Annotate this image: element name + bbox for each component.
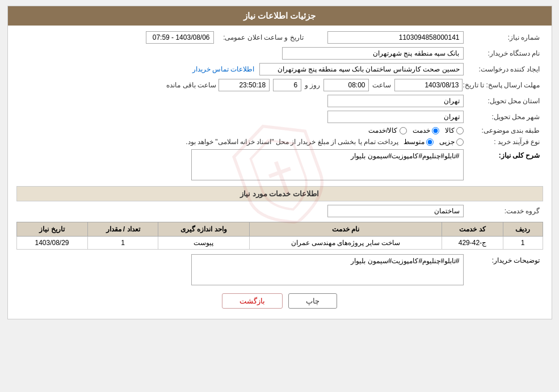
category-radio-service[interactable] [432,127,439,134]
deadline-time-input[interactable] [323,79,369,91]
announce-date-label: تاریخ و ساعت اعلان عمومی: [214,33,316,41]
purchase-type-radio-partial[interactable] [456,138,464,146]
requester-label: ایجاد کننده درخواست: [464,65,543,73]
category-row: طبقه بندی موضوعی: کالا خدمت کالا/خدمت [16,127,543,134]
services-table: ردیف کد خدمت نام خدمت واحد اندازه گیری ت… [16,222,543,250]
services-table-section: ردیف کد خدمت نام خدمت واحد اندازه گیری ت… [16,222,543,250]
province-label: استان محل تحویل: [464,97,543,105]
col-header-name: نام خدمت [249,222,442,237]
announce-date-input[interactable] [146,31,214,44]
table-row: 1ج-42-429ساخت سایر پروژه‌های مهندسی عمرا… [16,237,543,250]
back-button[interactable]: بازگشت [222,293,283,309]
contact-link[interactable]: اطلاعات تماس خریدار [192,65,255,73]
col-header-rownum: ردیف [503,222,543,237]
need-number-row: شماره نیاز: تاریخ و ساعت اعلان عمومی: [16,31,543,44]
deadline-time-label: ساعت [372,81,391,89]
deadline-date-input[interactable] [394,79,463,91]
print-button[interactable]: چاپ [288,293,337,309]
main-container: جزئیات اطلاعات نیاز شماره نیاز: تاریخ و … [7,6,552,319]
col-header-unit: واحد اندازه گیری [158,222,249,237]
buyer-org-label: نام دستگاه خریدار: [464,49,543,57]
page-header: جزئیات اطلاعات نیاز [8,6,552,26]
services-section-title: اطلاعات خدمات مورد نیاز [16,186,543,201]
deadline-day-label: روز و [305,81,320,89]
col-header-date: تاریخ نیاز [16,222,87,237]
deadline-days-input[interactable] [273,79,301,91]
requester-input[interactable] [259,63,464,75]
service-group-row: گروه خدمت: [16,205,543,217]
city-label: شهر محل تحویل: [464,113,543,121]
purchase-type-medium[interactable]: متوسط [404,138,434,146]
need-number-label: شماره نیاز: [464,33,543,41]
category-option-both[interactable]: کالا/خدمت [368,127,406,134]
buyer-org-row: نام دستگاه خریدار: [16,47,543,60]
need-number-input[interactable] [327,31,464,44]
deadline-label: مهلت ارسال پاسخ: تا تاریخ: [463,81,543,89]
province-input[interactable] [327,95,464,107]
category-label: طبقه بندی موضوعی: [464,127,543,134]
purchase-type-row: نوع فرآیند خرید : جزیی متوسط پرداخت تمام… [16,138,543,146]
button-row: چاپ بازگشت [16,293,543,309]
province-row: استان محل تحویل: [16,95,543,107]
deadline-remaining-label: ساعت باقی مانده [166,81,216,89]
purchase-type-radio-medium[interactable] [426,138,434,146]
buyer-notes-textarea[interactable] [191,254,464,285]
category-radio-group: کالا خدمت کالا/خدمت [368,127,463,134]
need-desc-row: شرح کلی نیاز: [16,149,543,180]
col-header-qty: تعداد / مقدار [87,222,158,237]
deadline-row: مهلت ارسال پاسخ: تا تاریخ: ساعت روز و سا… [16,79,543,91]
buyer-notes-label: توضیحات خریدار: [464,254,543,264]
category-option-service[interactable]: خدمت [413,127,439,134]
purchase-type-note: پرداخت تمام یا بخشی از مبلغ خریدار از مح… [186,138,398,146]
purchase-type-radio-group: جزیی متوسط [404,138,464,146]
need-desc-textarea[interactable] [191,149,464,180]
purchase-type-partial[interactable]: جزیی [439,138,464,146]
deadline-remaining-input[interactable] [218,79,270,91]
buyer-org-input[interactable] [282,47,464,60]
category-option-goods[interactable]: کالا [445,127,464,134]
buyer-notes-row: توضیحات خریدار: [16,254,543,285]
city-input[interactable] [327,111,464,123]
content-area: شماره نیاز: تاریخ و ساعت اعلان عمومی: نا… [8,26,552,319]
purchase-type-label: نوع فرآیند خرید : [464,138,543,146]
category-radio-goods[interactable] [456,127,464,134]
page-title: جزئیات اطلاعات نیاز [243,11,316,20]
city-row: شهر محل تحویل: [16,111,543,123]
need-desc-label: شرح کلی نیاز: [464,149,543,159]
col-header-code: کد خدمت [442,222,503,237]
service-group-input[interactable] [327,205,464,217]
category-radio-both[interactable] [400,127,407,134]
requester-row: ایجاد کننده درخواست: اطلاعات تماس خریدار [16,63,543,75]
service-group-label: گروه خدمت: [464,207,543,215]
